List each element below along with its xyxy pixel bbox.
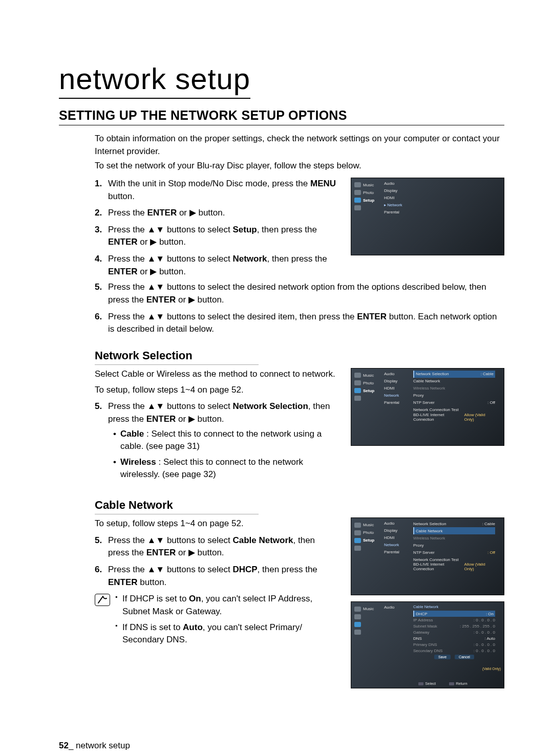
ns-paragraph-2: To setup, follow steps 1~4 on page 52. bbox=[95, 384, 336, 397]
screenshot-dhcp-settings: Music Audio Cable Network DHCP: On IP Ad… bbox=[351, 601, 504, 688]
subheading-network-selection: Network Selection bbox=[95, 349, 259, 365]
screenshot-setup-network: Music Photo Setup Audio Display HDMI ▸ N… bbox=[351, 178, 504, 255]
intro-paragraph-2: To set the network of your Blu-ray Disc … bbox=[95, 160, 504, 172]
cn-paragraph-1: To setup, follow steps 1~4 on page 52. bbox=[95, 517, 336, 530]
screenshot-cable-network: Music Photo Setup Audio Display HDMI Net… bbox=[351, 517, 504, 595]
section-title: SETTING UP THE NETWORK SETUP OPTIONS bbox=[59, 108, 504, 125]
intro-paragraph-1: To obtain information on the proper sett… bbox=[95, 133, 504, 158]
screenshot-network-selection: Music Photo Setup Audio Display HDMI Net… bbox=[351, 368, 504, 446]
note-icon bbox=[95, 594, 110, 606]
steps-list-main: 1.With the unit in Stop mode/No Disc mod… bbox=[95, 178, 336, 278]
page-footer: 52_ network setup bbox=[59, 741, 504, 751]
dhcp-notes: If DHCP is set to On, you can't select I… bbox=[115, 593, 336, 650]
page-title: network setup bbox=[59, 61, 250, 99]
subheading-cable-network: Cable Network bbox=[95, 499, 259, 514]
steps-list-main-cont: 5.Press the ▲▼ buttons to select the des… bbox=[95, 281, 504, 336]
ns-paragraph-1: Select Cable or Wireless as the method t… bbox=[95, 368, 336, 381]
